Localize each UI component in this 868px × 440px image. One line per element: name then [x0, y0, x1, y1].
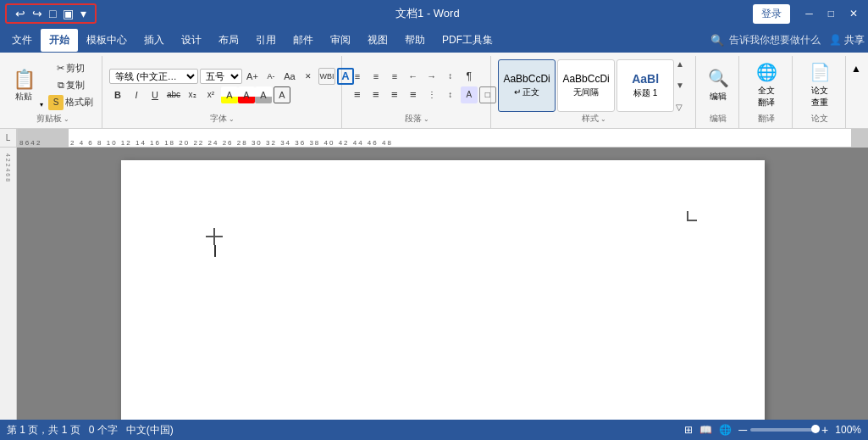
font-shrink-button[interactable]: A-	[263, 68, 279, 85]
style-normal[interactable]: AaBbCcDi ↵ 正文	[498, 59, 556, 112]
wubi-button[interactable]: WBI	[318, 68, 335, 85]
view-normal-icon[interactable]: ⊞	[684, 424, 693, 436]
editing-label-group: 编辑	[703, 113, 733, 126]
translate-label-group: 翻译	[746, 113, 787, 126]
view-web-icon[interactable]: 🌐	[719, 424, 732, 436]
styles-scroll-down[interactable]: ▼	[676, 81, 684, 90]
menu-design[interactable]: 设计	[173, 29, 210, 52]
paper-check-button[interactable]: 📄 论文查重	[799, 59, 840, 112]
save-button[interactable]: □	[47, 7, 58, 20]
style-no-spacing[interactable]: AaBbCcDi 无间隔	[557, 59, 615, 112]
zoom-minus-button[interactable]: ─	[738, 423, 747, 437]
redo-button[interactable]: ↪	[30, 7, 44, 20]
styles-cards: AaBbCcDi ↵ 正文 AaBbCcDi 无间隔 AaBl 标题 1	[498, 59, 674, 112]
align-center-button[interactable]: ≡	[368, 86, 384, 103]
paste-dropdown-button[interactable]: ▾	[40, 59, 43, 112]
fulltext-translate-button[interactable]: 🌐 全文翻译	[746, 59, 787, 112]
menu-home[interactable]: 开始	[41, 29, 78, 52]
menu-layout[interactable]: 布局	[210, 29, 247, 52]
list-number-button[interactable]: ≡	[368, 68, 384, 85]
font-name-select[interactable]: 等线 (中文正…	[109, 69, 198, 84]
minimize-button[interactable]: ─	[799, 4, 820, 23]
paste-button[interactable]: 📋 粘贴	[8, 59, 39, 112]
list-multi-button[interactable]: ≡	[386, 68, 403, 85]
menu-insert[interactable]: 插入	[135, 29, 173, 52]
font-shading-button[interactable]: A	[255, 86, 272, 103]
format-painter-button[interactable]: S 格式刷	[45, 94, 97, 110]
font-highlight-button[interactable]: A	[221, 86, 238, 103]
indent-increase-button[interactable]: →	[423, 68, 440, 85]
column-button[interactable]: ⋮	[423, 86, 440, 103]
editing-button[interactable]: 🔍 编辑	[703, 59, 733, 112]
close-button[interactable]: ✕	[843, 4, 865, 23]
clipboard-expand[interactable]: ⌄	[64, 115, 69, 123]
underline-button[interactable]: U	[147, 86, 163, 103]
clipboard-small-btns: ✂ 剪切 ⧉ 复制 S 格式刷	[45, 60, 97, 110]
ruler-left-margin: 8 6 4 2	[18, 129, 69, 147]
style-heading1[interactable]: AaBl 标题 1	[616, 59, 674, 112]
zoom-slider[interactable]	[750, 428, 818, 432]
format-painter-icon: S	[48, 95, 64, 110]
para-row2: ≡ ≡ ≡ ≡ ⋮ ↕ A □	[349, 86, 496, 103]
ribbon-collapse-button[interactable]: ▲	[848, 59, 865, 78]
style-no-spacing-label: 无间隔	[573, 86, 599, 98]
font-grow-button[interactable]: A+	[244, 68, 261, 85]
shading-para-button[interactable]: A	[461, 86, 478, 103]
paper-label: 论文查重	[811, 85, 828, 109]
menu-references[interactable]: 引用	[247, 29, 285, 52]
styles-label: 样式 ⌄	[498, 113, 690, 126]
menu-view[interactable]: 视图	[359, 29, 396, 52]
ruler-corner[interactable]: L	[0, 129, 17, 147]
cut-button[interactable]: ✂ 剪切	[45, 60, 97, 76]
menu-mailings[interactable]: 邮件	[285, 29, 322, 52]
strikethrough-button[interactable]: abc	[165, 86, 182, 103]
align-justify-button[interactable]: ≡	[405, 86, 422, 103]
indent-decrease-button[interactable]: ←	[405, 68, 422, 85]
font-content: 等线 (中文正… 五号 A+ A- Aa ✕ WBI A B I U ab	[109, 58, 336, 113]
undo-button[interactable]: ↩	[14, 7, 27, 20]
customize-qa-button[interactable]: ▾	[79, 7, 88, 20]
view-read-icon[interactable]: 📖	[699, 424, 712, 436]
zoom-level[interactable]: 100%	[835, 424, 861, 436]
align-left-button[interactable]: ≡	[349, 86, 366, 103]
font-size-select[interactable]: 五号	[200, 69, 242, 84]
menu-review[interactable]: 审阅	[322, 29, 359, 52]
subscript-button[interactable]: x₂	[184, 86, 201, 103]
search-icon: 🔍	[710, 34, 724, 47]
font-row2: B I U abc x₂ x² A A A A	[109, 86, 354, 103]
clear-format-button[interactable]: ✕	[300, 68, 317, 85]
login-button[interactable]: 登录	[753, 4, 790, 24]
font-expand[interactable]: ⌄	[229, 115, 235, 123]
zoom-thumb[interactable]	[811, 425, 820, 433]
menu-file[interactable]: 文件	[3, 29, 41, 52]
open-button[interactable]: ▣	[61, 7, 75, 20]
line-spacing-button[interactable]: ↕	[442, 86, 459, 103]
document-area[interactable]: 软件自学网 WWW.RJZXW.COM	[17, 148, 868, 420]
font-case-button[interactable]: Aa	[281, 68, 298, 85]
cut-label: 剪切	[66, 62, 85, 75]
character-border-button[interactable]: A	[274, 86, 290, 103]
menu-pdf[interactable]: PDF工具集	[434, 29, 501, 52]
styles-expand[interactable]: ▽	[676, 103, 684, 112]
copy-button[interactable]: ⧉ 复制	[45, 77, 97, 93]
menu-help[interactable]: 帮助	[396, 29, 434, 52]
menu-template[interactable]: 模板中心	[78, 29, 135, 52]
search-hint: 告诉我你想要做什么	[729, 33, 821, 47]
styles-expand-btn[interactable]: ⌄	[600, 115, 606, 123]
window-controls: ─ □ ✕	[799, 4, 868, 23]
restore-button[interactable]: □	[821, 4, 841, 23]
list-bullet-button[interactable]: ≡	[349, 68, 366, 85]
styles-scroll-up[interactable]: ▲	[676, 59, 684, 69]
superscript-button[interactable]: x²	[202, 86, 219, 103]
zoom-plus-button[interactable]: +	[821, 423, 828, 437]
titlebar: ↩ ↪ □ ▣ ▾ 文档1 - Word 登录 ─ □ ✕	[0, 0, 868, 27]
styles-group: AaBbCcDi ↵ 正文 AaBbCcDi 无间隔 AaBl 标题 1 ▲ ▼…	[493, 56, 696, 128]
para-expand[interactable]: ⌄	[423, 115, 429, 123]
align-right-button[interactable]: ≡	[386, 86, 403, 103]
show-marks-button[interactable]: ¶	[461, 68, 478, 85]
font-color-button[interactable]: A	[238, 86, 255, 103]
sort-button[interactable]: ↕	[442, 68, 459, 85]
italic-button[interactable]: I	[128, 86, 145, 103]
bold-button[interactable]: B	[109, 86, 126, 103]
share-button[interactable]: 👤 共享	[829, 33, 865, 47]
